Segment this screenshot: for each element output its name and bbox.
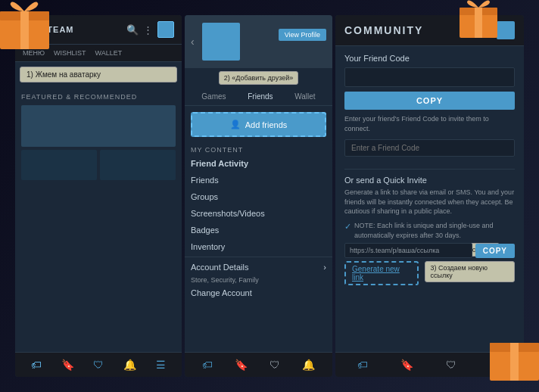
tab-friends[interactable]: Friends xyxy=(245,91,276,102)
svg-rect-2 xyxy=(20,11,29,49)
mid-nav-tag-icon[interactable]: 🏷 xyxy=(202,359,213,371)
profile-tabs: Games Friends Wallet xyxy=(185,88,332,106)
com-nav-bookmark-icon[interactable]: 🔖 xyxy=(400,359,413,371)
menu-inventory[interactable]: Inventory xyxy=(185,238,332,255)
nav-tab-wallet[interactable]: WALLET xyxy=(92,48,126,58)
tab-wallet[interactable]: Wallet xyxy=(291,91,318,102)
svg-rect-5 xyxy=(475,8,482,38)
nav-bookmark-icon[interactable]: 🔖 xyxy=(61,359,74,371)
enter-friend-code-input[interactable] xyxy=(344,139,515,157)
middle-bottom-nav: 🏷 🔖 🛡 🔔 xyxy=(185,352,332,377)
middle-panel: ‹ View Profile 2) «Добавить друзей» Game… xyxy=(185,15,332,377)
view-profile-button[interactable]: View Profile xyxy=(279,29,326,41)
featured-img-row xyxy=(21,150,176,180)
menu-dots-icon[interactable]: ⋮ xyxy=(143,24,153,36)
friend-code-title: Your Friend Code xyxy=(344,54,515,63)
community-content: Your Friend Code COPY Enter your friend'… xyxy=(335,46,524,352)
menu-badges[interactable]: Badges xyxy=(185,222,332,238)
left-bottom-nav: 🏷 🔖 🛡 🔔 ☰ xyxy=(15,352,182,377)
nav-tag-icon[interactable]: 🏷 xyxy=(31,359,42,371)
featured-label: FEATURED & RECOMMENDED xyxy=(21,93,176,101)
tooltip-avatar: 1) Жмем на аватарку xyxy=(20,67,177,82)
nav-tab-wishlist[interactable]: WISHLIST xyxy=(51,48,89,58)
featured-images xyxy=(21,105,176,180)
menu-account-details[interactable]: Account Details › xyxy=(185,259,332,275)
menu-screenshots[interactable]: Screenshots/Videos xyxy=(185,205,332,222)
right-panel: COMMUNITY ⋮ Your Friend Code COPY Enter … xyxy=(335,15,524,377)
mid-nav-bookmark-icon[interactable]: 🔖 xyxy=(235,359,248,371)
quick-invite-title: Or send a Quick Invite xyxy=(344,176,515,185)
quick-invite-desc: Generate a link to share via email or SM… xyxy=(344,188,515,216)
notice-text: ✓ NOTE: Each link is unique and single-u… xyxy=(344,221,515,240)
menu-friends[interactable]: Friends xyxy=(185,172,332,188)
menu-friend-activity[interactable]: Friend Activity xyxy=(185,155,332,172)
mid-nav-shield-icon[interactable]: 🛡 xyxy=(270,359,280,371)
featured-img-1 xyxy=(21,105,176,147)
copy-button-2[interactable]: COPY xyxy=(475,244,515,258)
left-panel: STEAM 🔍 ⋮ МЕНЮ WISHLIST WALLET 1) Жмем н… xyxy=(15,15,182,377)
com-nav-shield-icon[interactable]: 🛡 xyxy=(446,359,456,371)
menu-change-account[interactable]: Change Account xyxy=(185,285,332,301)
add-person-icon: 👤 xyxy=(230,120,241,129)
nav-shield-icon[interactable]: 🛡 xyxy=(93,359,104,371)
profile-avatar[interactable] xyxy=(202,23,240,61)
menu-groups[interactable]: Groups xyxy=(185,188,332,205)
divider-line xyxy=(344,169,515,170)
link-url-input[interactable] xyxy=(344,243,472,258)
tooltip-add-friends: 2) «Добавить друзей» xyxy=(219,71,299,85)
friend-code-input[interactable] xyxy=(344,67,515,87)
nav-bell-icon[interactable]: 🔔 xyxy=(123,359,136,371)
avatar[interactable] xyxy=(157,21,174,38)
com-nav-tag-icon[interactable]: 🏷 xyxy=(357,359,368,371)
friend-code-description: Enter your friend's Friend Code to invit… xyxy=(344,114,515,133)
copy-button-1[interactable]: COPY xyxy=(344,92,515,110)
community-title: COMMUNITY xyxy=(344,24,423,36)
account-sub-label: Store, Security, Family xyxy=(185,275,332,285)
search-icon[interactable]: 🔍 xyxy=(126,24,139,36)
my-content-label: MY CONTENT xyxy=(185,143,332,155)
featured-section: FEATURED & RECOMMENDED xyxy=(15,87,182,352)
link-row: COPY xyxy=(344,243,515,258)
generate-link-button[interactable]: Generate new link xyxy=(344,261,419,285)
header-icons: 🔍 ⋮ xyxy=(126,21,174,38)
featured-img-2 xyxy=(21,150,97,180)
nav-menu-icon[interactable]: ☰ xyxy=(156,359,166,371)
add-friends-button[interactable]: 👤 Add friends xyxy=(191,112,326,137)
notice-checkmark-icon: ✓ xyxy=(344,221,351,232)
featured-img-3 xyxy=(100,150,176,180)
tooltip-generate-link: 3) Создаем новую ссылку xyxy=(425,261,515,282)
mid-nav-bell-icon[interactable]: 🔔 xyxy=(302,359,315,371)
add-friends-label: Add friends xyxy=(245,120,288,129)
main-container: STEAM 🔍 ⋮ МЕНЮ WISHLIST WALLET 1) Жмем н… xyxy=(15,15,524,377)
back-arrow-icon[interactable]: ‹ xyxy=(191,36,195,48)
divider xyxy=(185,257,332,257)
tab-games[interactable]: Games xyxy=(198,91,229,102)
svg-rect-8 xyxy=(510,343,519,381)
profile-header: ‹ View Profile xyxy=(185,15,332,68)
